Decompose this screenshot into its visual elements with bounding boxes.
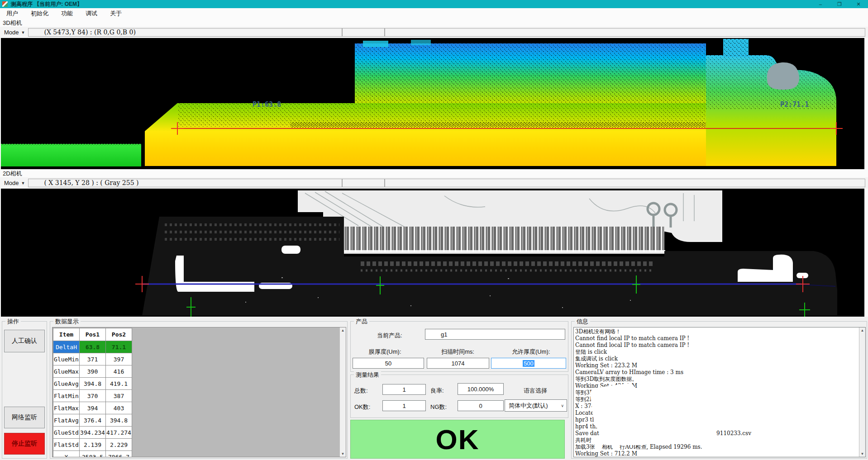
camera-3d-view[interactable]: P1:63.8 P2:71.1 — [1, 38, 864, 169]
toolbar-cell — [342, 179, 385, 187]
chevron-down-icon: ▼ — [21, 181, 25, 185]
info-group: 信息 3D相机没有网络！ Cannot find local IP to mat… — [571, 321, 867, 459]
current-product-field[interactable]: g1 — [425, 329, 565, 340]
log-area[interactable]: 3D相机没有网络！ Cannot find local IP to match … — [573, 327, 866, 457]
menu-item-function[interactable]: 功能 — [55, 8, 79, 19]
mode-label: Mode — [4, 180, 19, 186]
heightmap-3d-image: P1:63.8 P2:71.1 — [1, 38, 864, 169]
window-title: 测高程序 【当前用户: OEM】 — [11, 0, 82, 8]
mode-label: Mode — [4, 29, 19, 36]
connector-pins — [293, 227, 664, 252]
mode-dropdown-3d[interactable]: Mode ▼ — [1, 27, 28, 38]
log-line: Cannot find local IP to match camera IP … — [575, 335, 858, 342]
table-row[interactable]: FlatMax 394 403 — [53, 402, 132, 414]
table-scrollbar[interactable]: ▲ ▼ — [339, 327, 346, 457]
current-product-label: 当前产品: — [377, 332, 402, 340]
log-line: 等到3D取到灰度图数据。 — [575, 376, 858, 383]
table-row[interactable]: GlueMax 390 416 — [53, 365, 132, 378]
allow-thickness-label: 允许厚度(Um): — [512, 348, 550, 356]
minimize-icon[interactable]: – — [811, 0, 830, 8]
ng-count-field[interactable]: 0 — [458, 400, 504, 411]
log-line: Working Set : 712.2 M — [575, 451, 858, 457]
scan-time-label: 扫描时间ms: — [441, 348, 474, 356]
operation-group-label: 操作 — [5, 318, 21, 326]
menu-item-init[interactable]: 初始化 — [24, 8, 55, 19]
app-icon — [2, 1, 8, 7]
chevron-down-icon: ∨ — [561, 403, 564, 408]
table-row[interactable]: GlueMin 371 397 — [53, 353, 132, 365]
table-row[interactable]: DeltaH 63.8 71.1 — [53, 341, 132, 353]
scan-time-field[interactable]: 1074 — [427, 358, 489, 369]
measurement-grid: Item Pos1 Pos2 DeltaH 63.8 71.1 GlueMin … — [53, 328, 132, 457]
total-field[interactable]: 1 — [382, 384, 426, 395]
info-group-label: 信息 — [575, 318, 590, 326]
toolbar-cell — [342, 28, 385, 37]
bottom-panel: 操作 人工确认 网络监听 停止监听 数据显示 Item Pos1 Pos2 De… — [0, 317, 868, 460]
col-header-pos1: Pos1 — [80, 328, 106, 341]
product-group-label: 产品 — [354, 318, 369, 326]
selected-text: 500 — [523, 360, 534, 367]
table-row[interactable]: FlatMin 370 387 — [53, 390, 132, 402]
camera-2d-view[interactable] — [1, 189, 864, 317]
table-row[interactable]: GlueStd 394.234 417.274 — [53, 427, 132, 439]
log-line: CameraLV array to HImage time : 3 ms — [575, 369, 858, 376]
allow-thickness-field[interactable]: 500 — [491, 358, 566, 369]
camera-2d-section-label: 2D相机 — [3, 170, 22, 177]
log-line: 3D相机没有网络！ — [575, 328, 858, 335]
log-line: 登陆 is click — [575, 349, 858, 356]
camera-3d-section-label: 3D相机 — [3, 19, 22, 27]
scroll-up-icon[interactable]: ▲ — [340, 327, 346, 333]
redaction-scribble — [602, 435, 649, 445]
log-scrollbar[interactable]: ▲ ▼ — [859, 327, 865, 457]
close-icon[interactable]: ✕ — [849, 0, 868, 8]
scroll-up-icon[interactable]: ▲ — [859, 327, 865, 333]
film-thickness-label: 膜厚度(Um): — [369, 348, 401, 356]
mode-dropdown-2d[interactable]: Mode ▼ — [1, 178, 28, 188]
application-window: 测高程序 【当前用户: OEM】 – ❐ ✕ 用户 初始化 功能 调试 关于 3… — [0, 0, 868, 460]
ok-count-field[interactable]: 1 — [382, 400, 426, 411]
language-select[interactable]: 简体中文(默认) ∨ — [505, 399, 567, 412]
col-header-item: Item — [53, 328, 80, 341]
results-group-label: 测量结果 — [354, 371, 381, 379]
title-bar: 测高程序 【当前用户: OEM】 – ❐ ✕ — [0, 0, 868, 8]
yield-field[interactable]: 100.000% — [458, 383, 504, 395]
table-row[interactable]: GlueAvg 394.8 419.1 — [53, 378, 132, 390]
measurement-table[interactable]: Item Pos1 Pos2 DeltaH 63.8 71.1 GlueMin … — [52, 327, 346, 457]
stop-listen-button[interactable]: 停止监听 — [4, 433, 45, 455]
p1-annotation: P1:63.8 — [253, 100, 281, 109]
scroll-down-icon[interactable]: ▼ — [340, 451, 346, 457]
p2-annotation: P2:71.1 — [780, 100, 809, 109]
ok-count-label: OK数: — [354, 403, 370, 411]
table-row[interactable]: FlatAvg 376.4 394.8 — [53, 414, 132, 427]
yield-label: 良率: — [430, 387, 444, 395]
menu-item-debug[interactable]: 调试 — [79, 8, 104, 19]
data-display-group: 数据显示 Item Pos1 Pos2 DeltaH 63.8 71.1 Glu… — [50, 321, 348, 459]
menu-item-about[interactable]: 关于 — [104, 8, 128, 19]
language-select-label: 语言选择 — [524, 387, 547, 395]
scroll-down-icon[interactable]: ▼ — [859, 451, 865, 457]
redaction-scribble — [633, 399, 796, 416]
camera-3d-toolbar: Mode ▼ (X 5473,Y 84) : (R 0,G 0,B 0) — [0, 27, 868, 38]
language-select-value: 简体中文(默认) — [509, 402, 548, 410]
pixel-readout-3d: (X 5473,Y 84) : (R 0,G 0,B 0) — [28, 28, 342, 37]
toolbar-cell — [385, 179, 865, 187]
results-group: 测量结果 总数: 1 良率: 100.000% 语言选择 OK数: 1 NG数:… — [350, 375, 568, 418]
data-display-group-label: 数据显示 — [53, 318, 81, 326]
product-group: 产品 当前产品: g1 膜厚度(Um): 扫描时间ms: 允许厚度(Um): 5… — [350, 321, 568, 372]
restore-icon[interactable]: ❐ — [830, 0, 849, 8]
table-row[interactable]: X 2583.5 7866.7 — [53, 451, 132, 457]
ng-count-label: NG数: — [430, 403, 447, 411]
result-status-panel: OK — [350, 420, 565, 459]
pixel-readout-2d: ( X 3145, Y 28 ) : ( Gray 255 ) — [28, 179, 342, 187]
log-line: 集成调试 is click — [575, 356, 858, 362]
film-thickness-field[interactable]: 50 — [353, 358, 424, 369]
menu-item-user[interactable]: 用户 — [0, 8, 24, 19]
col-header-pos2: Pos2 — [106, 328, 132, 341]
manual-confirm-button[interactable]: 人工确认 — [4, 330, 45, 352]
total-label: 总数: — [354, 387, 368, 395]
camera-2d-toolbar: Mode ▼ ( X 3145, Y 28 ) : ( Gray 255 ) — [0, 177, 868, 189]
result-status-text: OK — [436, 423, 480, 455]
network-listen-button[interactable]: 网络监听 — [4, 407, 45, 428]
table-row[interactable]: FlatStd 2.139 2.229 — [53, 439, 132, 451]
chevron-down-icon: ▼ — [21, 30, 25, 35]
